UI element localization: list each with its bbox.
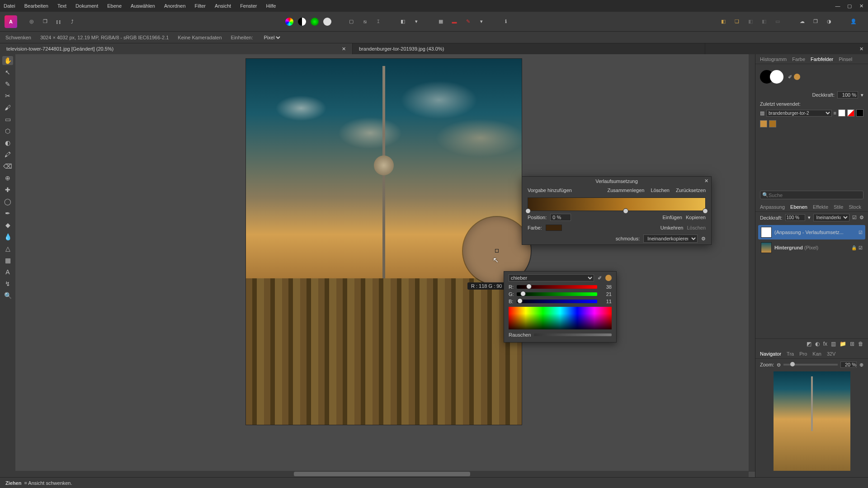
navigator-preview[interactable] bbox=[774, 371, 850, 471]
gradient-stop[interactable] bbox=[703, 208, 708, 214]
menu-layer[interactable]: Ebene bbox=[107, 3, 122, 9]
color-well[interactable] bbox=[546, 225, 562, 231]
marquee-tool-icon[interactable]: ▭ bbox=[2, 115, 13, 124]
gradient-tool-icon[interactable]: ◐ bbox=[2, 138, 13, 147]
adjust-icon[interactable]: ◐ bbox=[815, 341, 820, 347]
red-badge-icon[interactable]: ▬ bbox=[450, 17, 459, 26]
horizontal-scrollbar[interactable] bbox=[15, 471, 749, 477]
tab-32v[interactable]: 32V bbox=[827, 351, 836, 357]
g-slider[interactable] bbox=[517, 292, 597, 296]
crop-tool-icon[interactable]: ✂ bbox=[2, 91, 13, 100]
menu-edit[interactable]: Bearbeiten bbox=[24, 3, 48, 9]
delete-button[interactable]: Löschen bbox=[651, 188, 670, 193]
tab-effects[interactable]: Effekte bbox=[813, 204, 828, 210]
tab-layers[interactable]: Ebenen bbox=[790, 204, 807, 210]
zoom-input[interactable] bbox=[840, 361, 857, 368]
cloud-icon[interactable]: ☁ bbox=[797, 17, 807, 26]
noise-slider[interactable] bbox=[534, 333, 612, 336]
cube-icon[interactable]: ❒ bbox=[41, 17, 50, 26]
hue-icon[interactable] bbox=[311, 18, 319, 26]
opacity-dropdown-icon[interactable]: ▾ bbox=[861, 92, 863, 98]
paint-tool-icon[interactable]: 🖍 bbox=[2, 150, 13, 159]
add-preset-button[interactable]: Vorgabe hinzufügen bbox=[528, 188, 572, 193]
slider-type-select[interactable]: chieber bbox=[509, 274, 594, 282]
color-picker-tool-icon[interactable]: ✎ bbox=[2, 80, 13, 89]
tab-navigator[interactable]: Navigator bbox=[760, 351, 781, 357]
move-tool-icon[interactable]: ↖ bbox=[2, 68, 13, 77]
menu-select[interactable]: Auswählen bbox=[131, 3, 155, 9]
fx-icon[interactable]: fx bbox=[823, 341, 827, 347]
menu-file[interactable]: Datei bbox=[4, 3, 15, 9]
stack-icon[interactable]: ❐ bbox=[811, 17, 820, 26]
eyedropper2-icon[interactable]: ✐ bbox=[788, 74, 792, 80]
insert-button[interactable]: Einfügen bbox=[663, 215, 682, 220]
account-icon[interactable]: 👤 bbox=[849, 17, 858, 26]
r-slider[interactable] bbox=[517, 285, 597, 289]
position-input[interactable] bbox=[550, 214, 571, 221]
vertical-scrollbar[interactable] bbox=[749, 54, 755, 472]
dropdown2-icon[interactable]: ▾ bbox=[477, 17, 486, 26]
target-icon[interactable]: ◎ bbox=[27, 17, 36, 26]
recent-add-icon[interactable]: ▥ bbox=[760, 110, 764, 116]
zoom-tool-icon[interactable]: 🔍 bbox=[2, 291, 13, 300]
dodge-tool-icon[interactable]: ◯ bbox=[2, 197, 13, 206]
bars-icon[interactable]: ⫿⫿ bbox=[54, 17, 63, 26]
tab-brush[interactable]: Pinsel bbox=[839, 56, 852, 62]
layer-add-icon[interactable]: ◧ bbox=[719, 17, 728, 26]
text-tool-icon[interactable]: A bbox=[2, 267, 13, 277]
clone-tool-icon[interactable]: ⊕ bbox=[2, 174, 13, 183]
delete-stop-button[interactable]: Löschen bbox=[687, 225, 706, 230]
layer-blend-select[interactable]: Ineinanderko bbox=[813, 214, 849, 221]
menu-arrange[interactable]: Anordnen bbox=[164, 3, 186, 9]
tab-transform[interactable]: Tra bbox=[787, 351, 794, 357]
zoom-in-icon[interactable]: ⊕ bbox=[859, 362, 863, 368]
layer-stack-icon[interactable]: ❏ bbox=[732, 17, 741, 26]
sharpen-tool-icon[interactable]: △ bbox=[2, 244, 13, 253]
reset-button[interactable]: Zurücksetzen bbox=[676, 188, 706, 193]
menu-window[interactable]: Fenster bbox=[240, 3, 257, 9]
tab-color[interactable]: Farbe bbox=[792, 56, 805, 62]
gear-icon[interactable]: ⚙ bbox=[701, 236, 706, 242]
swatch[interactable] bbox=[769, 120, 776, 127]
hand-tool-icon[interactable]: ✋ bbox=[2, 56, 13, 65]
units-select[interactable]: Pixel bbox=[262, 34, 282, 41]
gradient-stop[interactable] bbox=[525, 208, 531, 214]
wand-icon[interactable]: ✎ bbox=[463, 17, 472, 26]
tab-styles[interactable]: Stile bbox=[834, 204, 843, 210]
b-slider[interactable] bbox=[517, 300, 597, 303]
swatch[interactable] bbox=[760, 120, 767, 127]
text-cursor-icon[interactable]: 𝙸 bbox=[374, 17, 383, 26]
tab-protocol[interactable]: Pro bbox=[799, 351, 807, 357]
search-box[interactable]: 🔍 bbox=[760, 191, 863, 199]
layer-visible-icon[interactable]: ☑ bbox=[859, 230, 863, 235]
tab-histogram[interactable]: Histogramm bbox=[760, 56, 787, 62]
window-minimize-icon[interactable]: — bbox=[835, 3, 841, 9]
canvas-viewport[interactable]: ↖ R : 118 G : 90 B : 60 Verlaufsumsetzun… bbox=[15, 54, 755, 477]
deselect-icon[interactable]: ⧅ bbox=[360, 17, 369, 26]
heal-tool-icon[interactable]: ✚ bbox=[2, 185, 13, 194]
blend-mode-select[interactable]: Ineinanderkopieren bbox=[643, 235, 698, 243]
layer-settings-icon[interactable]: ☑ bbox=[852, 215, 857, 221]
add-layer-icon[interactable]: ⊞ bbox=[850, 341, 854, 347]
opacity-input[interactable] bbox=[837, 91, 858, 99]
preset-menu-icon[interactable]: ≡ bbox=[834, 110, 836, 116]
layer-row[interactable]: Hintergrund (Pixel) 🔒 ☑ bbox=[758, 240, 865, 255]
layer-gear-icon[interactable]: ⚙ bbox=[859, 215, 864, 221]
window-maximize-icon[interactable]: ▢ bbox=[846, 3, 853, 9]
marquee-icon[interactable]: ▢ bbox=[347, 17, 356, 26]
mask-icon[interactable]: ◩ bbox=[807, 341, 811, 347]
gradient-stop[interactable] bbox=[623, 208, 628, 214]
gradient-preview[interactable] bbox=[528, 197, 706, 211]
zoom-slider[interactable] bbox=[783, 364, 838, 366]
folder-icon[interactable]: 📁 bbox=[840, 341, 846, 347]
quicklook-icon[interactable]: ◧ bbox=[398, 17, 407, 26]
menu-view[interactable]: Ansicht bbox=[215, 3, 231, 9]
search-input[interactable] bbox=[769, 192, 861, 198]
tab-channels[interactable]: Kan bbox=[812, 351, 821, 357]
document-tab[interactable]: brandenburger-tor-201939.jpg (43.0%) bbox=[353, 43, 705, 54]
window-close-icon[interactable]: ✕ bbox=[858, 3, 864, 9]
grey-circle-icon[interactable] bbox=[323, 18, 331, 26]
tab-adjustment[interactable]: Anpassung bbox=[760, 204, 785, 210]
swatch-white[interactable] bbox=[838, 109, 845, 117]
tab-swatches[interactable]: Farbfelder bbox=[811, 56, 833, 62]
